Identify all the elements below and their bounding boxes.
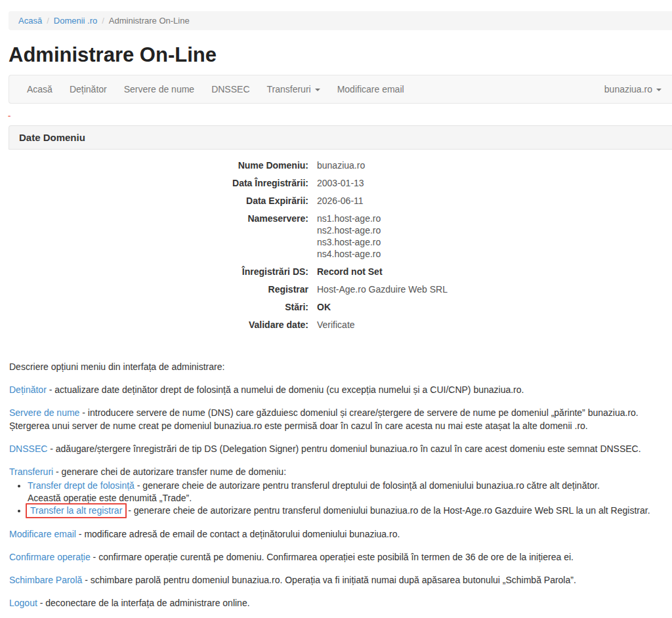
field-value: 2026-06-11 (317, 195, 364, 207)
field-value: ns1.host-age.ro ns2.host-age.ro ns3.host… (317, 213, 381, 260)
panel-body: Nume Domeniu: bunaziua.ro Data Înregistr… (9, 150, 672, 343)
transfer-la-alt-registrar-link[interactable]: Transfer la alt registrar (30, 505, 122, 516)
field-label: Validare date: (9, 319, 308, 331)
description-transferuri: Transferuri - generare chei de autorizar… (9, 465, 663, 478)
descriptions-intro: Descriere opțiuni meniu din interfața de… (9, 360, 663, 373)
confirmare-operatie-link[interactable]: Confirmare operație (9, 552, 91, 562)
transfer-bullet-list: Transfer drept de folosință - generare c… (9, 480, 663, 517)
bullet-transfer-drept: Transfer drept de folosință - generare c… (28, 480, 663, 505)
domain-dropdown-label: bunaziua.ro (604, 75, 652, 103)
nav-item-detinator[interactable]: Deținător (61, 75, 116, 103)
servere-de-nume-link[interactable]: Servere de nume (9, 407, 79, 418)
breadcrumb-domenii-link[interactable]: Domenii .ro (54, 16, 97, 26)
modificare-email-link[interactable]: Modificare email (9, 529, 76, 539)
field-row-validare-date: Validare date: Verificate (9, 319, 672, 331)
main-nav: Acasă Deținător Servere de nume DNSSEC T… (9, 75, 672, 104)
stray-dash: - (8, 112, 672, 120)
panel-header: Date Domeniu (9, 125, 672, 150)
field-value: OK (317, 301, 331, 313)
breadcrumb-separator: / (102, 16, 104, 26)
domain-data-panel: Date Domeniu Nume Domeniu: bunaziua.ro D… (9, 125, 672, 343)
field-value: Record not Set (317, 266, 383, 278)
domain-dropdown[interactable]: bunaziua.ro (604, 75, 662, 103)
nav-item-label: Transferuri (267, 75, 311, 103)
description-text: - generare cheie de autorizare pentru tr… (135, 480, 600, 491)
detinator-link[interactable]: Deținător (9, 384, 47, 395)
field-row-data-expirarii: Data Expirării: 2026-06-11 (9, 195, 672, 207)
description-schimbare-parola: Schimbare Parolă - schimbare parolă pent… (9, 573, 663, 587)
nav-item-transferuri-dropdown[interactable]: Transferuri (259, 75, 329, 103)
logout-link[interactable]: Logout (9, 598, 37, 608)
breadcrumb-home-link[interactable]: Acasă (18, 16, 42, 26)
field-row-stari: Stări: OK (9, 301, 672, 313)
field-label: Nume Domeniu: (9, 159, 308, 171)
description-text: - adăugare/ștergere înregistrări de tip … (47, 443, 640, 454)
field-label: Înregistrări DS: (9, 266, 308, 278)
transfer-drept-de-folosinta-link[interactable]: Transfer drept de folosință (28, 480, 135, 491)
field-value: Verificate (317, 319, 355, 331)
description-text: - deconectare de la interfața de adminis… (37, 598, 250, 608)
breadcrumb-current: Administrare On-Line (109, 16, 190, 26)
field-row-nume-domeniu: Nume Domeniu: bunaziua.ro (9, 159, 672, 171)
chevron-down-icon (315, 89, 320, 91)
nav-item-dnssec[interactable]: DNSSEC (203, 75, 258, 103)
description-modificare-email: Modificare email - modificare adresă de … (9, 527, 663, 541)
nav-item-acasa[interactable]: Acasă (18, 75, 61, 103)
description-text: - schimbare parolă pentru domeniul bunaz… (82, 575, 576, 585)
schimbare-parola-link[interactable]: Schimbare Parolă (9, 575, 82, 585)
highlight-annotation-box: Transfer la alt registrar (26, 503, 127, 518)
field-label: Stări: (9, 301, 308, 313)
transferuri-link[interactable]: Transferuri (9, 466, 53, 477)
breadcrumb: Acasă / Domenii .ro / Administrare On-Li… (9, 11, 672, 30)
description-text: - confirmare operație curentă pe domeniu… (91, 552, 574, 562)
description-text: - actualizare date deținător drept de fo… (47, 384, 524, 395)
bullet-note: Această operație este denumită „Trade”. (28, 493, 192, 503)
description-text: - introducere servere de nume (DNS) care… (9, 407, 639, 431)
menu-descriptions: Descriere opțiuni meniu din interfața de… (9, 360, 663, 609)
field-value: 2003-01-13 (317, 177, 364, 189)
page-title: Administrare On-Line (9, 44, 672, 66)
field-row-nameservere: Nameservere: ns1.host-age.ro ns2.host-ag… (9, 213, 672, 260)
description-servere: Servere de nume - introducere servere de… (9, 406, 663, 432)
dnssec-link[interactable]: DNSSEC (9, 443, 47, 454)
description-text: - generare chei de autorizare transfer n… (53, 466, 286, 477)
description-detinator: Deținător - actualizare date deținător d… (9, 383, 663, 396)
field-row-registrar: Registrar Host-Age.ro Gazduire Web SRL (9, 283, 672, 295)
description-confirmare-operatie: Confirmare operație - confirmare operați… (9, 550, 663, 564)
field-label: Nameservere: (9, 213, 308, 260)
field-label: Data Expirării: (9, 195, 308, 207)
field-row-inregistrari-ds: Înregistrări DS: Record not Set (9, 266, 672, 278)
description-text: - modificare adresă de email de contact … (76, 529, 400, 539)
description-text: - generare cheie de autorizare pentru tr… (125, 505, 650, 516)
breadcrumb-separator: / (47, 16, 49, 26)
field-value: bunaziua.ro (317, 159, 365, 171)
nav-item-servere-de-nume[interactable]: Servere de nume (116, 75, 203, 103)
description-dnssec: DNSSEC - adăugare/ștergere înregistrări … (9, 442, 663, 455)
field-value: Host-Age.ro Gazduire Web SRL (317, 283, 448, 295)
field-label: Registrar (9, 283, 308, 295)
field-label: Data Înregistrării: (9, 177, 308, 189)
bullet-transfer-registrar: Transfer la alt registrar - generare che… (28, 505, 663, 517)
field-row-data-inregistrarii: Data Înregistrării: 2003-01-13 (9, 177, 672, 189)
chevron-down-icon (656, 89, 662, 91)
nav-item-modificare-email[interactable]: Modificare email (329, 75, 413, 103)
description-logout: Logout - deconectare de la interfața de … (9, 596, 663, 609)
